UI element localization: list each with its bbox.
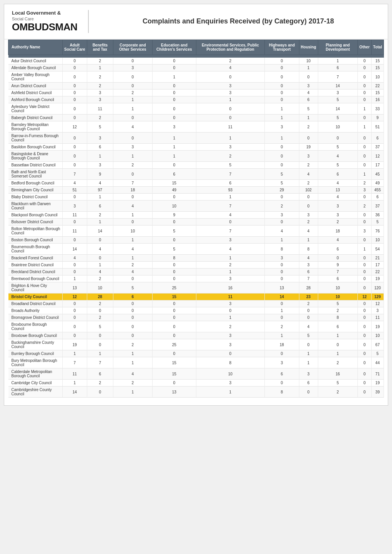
cell-environmental: 3 (196, 237, 265, 244)
cell-other: 0 (358, 71, 372, 83)
table-row: Buckinghamshire County Council1902253180… (8, 339, 384, 350)
cell-environmental: 16 (196, 282, 265, 294)
authority-name-cell: Broadland District Council (8, 300, 63, 307)
logo-main: OMBUDSMAN (12, 21, 80, 33)
col-header-adult: Adult Social Care (62, 40, 87, 55)
authority-name-cell: Brentwood Borough Council (8, 275, 63, 282)
cell-benefits_and_tax: 2 (87, 380, 113, 386)
table-row: Blackpool Borough Council112194333036 (8, 212, 384, 219)
cell-benefits_and_tax: 4 (87, 180, 113, 187)
cell-total: 6 (371, 194, 384, 201)
cell-housing: 8 (299, 244, 318, 255)
cell-planning: 0 (318, 133, 358, 144)
authority-name-cell: Broxbourne Borough Council (8, 321, 63, 332)
table-row: Blackburn with Darwen Council36410720323… (8, 201, 384, 212)
cell-highways: 0 (265, 144, 299, 151)
cell-environmental: 8 (196, 357, 265, 368)
cell-other: 0 (358, 133, 372, 144)
cell-adult_social_care: 0 (62, 65, 87, 71)
cell-adult_social_care: 3 (62, 201, 87, 212)
cell-education_childrens: 6 (153, 169, 196, 180)
cell-other: 0 (358, 212, 372, 219)
cell-highways: 3 (265, 357, 299, 368)
authority-name-cell: Bournemouth Borough Council (8, 244, 63, 255)
cell-environmental: 6 (196, 180, 265, 187)
cell-planning: 3 (318, 90, 358, 96)
cell-environmental: 3 (196, 332, 265, 339)
authority-name-cell: Broxtowe Borough Council (8, 332, 63, 339)
cell-adult_social_care: 12 (62, 121, 87, 133)
cell-adult_social_care: 0 (62, 194, 87, 201)
cell-other: 0 (358, 314, 372, 321)
cell-benefits_and_tax: 0 (87, 339, 113, 350)
table-row: Barnsley Metropolitan Borough Council125… (8, 121, 384, 133)
cell-environmental: 1 (196, 255, 265, 262)
cell-education_childrens: 0 (153, 350, 196, 357)
cell-other: 0 (358, 96, 372, 103)
cell-adult_social_care: 11 (62, 212, 87, 219)
cell-total: 6 (371, 133, 384, 144)
cell-planning: 16 (318, 368, 358, 380)
cell-adult_social_care: 14 (62, 386, 87, 398)
authority-name-cell: Blaby District Council (8, 194, 63, 201)
cell-corporate_and_other: 1 (113, 357, 152, 368)
table-row: Bolton Metropolitan Borough Council11141… (8, 226, 384, 237)
cell-highways: 0 (265, 194, 299, 201)
cell-housing: 4 (299, 255, 318, 262)
cell-other: 2 (358, 180, 372, 187)
cell-education_childrens: 25 (153, 339, 196, 350)
cell-housing: 6 (299, 96, 318, 103)
cell-housing: 0 (299, 307, 318, 314)
table-row: Breckland District Council04401067022 (8, 269, 384, 275)
cell-other: 0 (358, 380, 372, 386)
cell-highways: 6 (265, 368, 299, 380)
cell-other: 0 (358, 386, 372, 398)
cell-planning: 6 (318, 321, 358, 332)
cell-highways: 1 (265, 133, 299, 144)
authority-name-cell: Babergh District Council (8, 114, 63, 121)
cell-total: 16 (371, 96, 384, 103)
cell-total: 10 (371, 237, 384, 244)
authority-name-cell: Adur District Council (8, 58, 63, 65)
cell-adult_social_care: 7 (62, 357, 87, 368)
cell-environmental: 4 (196, 65, 265, 71)
cell-total: 39 (371, 386, 384, 398)
cell-benefits_and_tax: 5 (87, 121, 113, 133)
cell-planning: 14 (318, 83, 358, 90)
cell-planning: 2 (318, 386, 358, 398)
cell-highways: 0 (265, 300, 299, 307)
cell-total: 19 (371, 321, 384, 332)
cell-other: 0 (358, 151, 372, 162)
cell-total: 76 (371, 226, 384, 237)
authority-name-cell: Bury Metropolitan Borough Council (8, 357, 63, 368)
cell-environmental: 4 (196, 244, 265, 255)
cell-education_childrens: 15 (153, 294, 196, 300)
cell-benefits_and_tax: 3 (87, 162, 113, 169)
cell-environmental: 1 (196, 96, 265, 103)
cell-benefits_and_tax: 0 (87, 237, 113, 244)
cell-highways: 8 (265, 386, 299, 398)
cell-education_childrens: 13 (153, 386, 196, 398)
cell-environmental: 11 (196, 121, 265, 133)
cell-other: 0 (358, 275, 372, 282)
table-row: Barrow-in-Furness Borough Council0301110… (8, 133, 384, 144)
cell-other: 2 (358, 201, 372, 212)
cell-benefits_and_tax: 2 (87, 314, 113, 321)
authority-name-cell: Barrow-in-Furness Borough Council (8, 133, 63, 144)
cell-environmental: 3 (196, 144, 265, 151)
cell-adult_social_care: 0 (62, 71, 87, 83)
cell-benefits_and_tax: 6 (87, 201, 113, 212)
cell-benefits_and_tax: 0 (87, 255, 113, 262)
cell-adult_social_care: 0 (62, 83, 87, 90)
cell-housing: 0 (299, 201, 318, 212)
cell-education_childrens: 0 (153, 314, 196, 321)
cell-corporate_and_other: 18 (113, 187, 152, 194)
cell-housing: 5 (299, 103, 318, 114)
cell-other: 12 (358, 294, 372, 300)
cell-planning: 3 (318, 212, 358, 219)
table-row: Cambridge City Council12203065019 (8, 380, 384, 386)
table-row: Cambridgeshire County Council14011318020… (8, 386, 384, 398)
cell-total: 33 (371, 103, 384, 114)
cell-benefits_and_tax: 2 (87, 300, 113, 307)
cell-corporate_and_other: 1 (113, 350, 152, 357)
